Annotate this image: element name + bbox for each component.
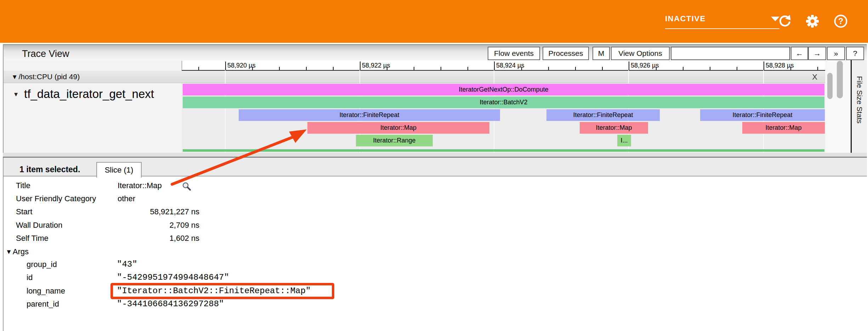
file-size-stats-label: File Size Stats <box>855 76 864 123</box>
track-row-label[interactable]: ▾ tf_data_iterator_get_next <box>14 87 182 101</box>
ruler-minor-tick <box>575 67 576 70</box>
track-label-column: ▾ tf_data_iterator_get_next <box>4 83 182 153</box>
ruler-minor-tick <box>414 67 414 70</box>
detail-row: User Friendly Categoryother <box>0 194 425 204</box>
detail-row: Self Time1,602 ns <box>0 233 425 243</box>
ruler-tick-label: 58,928 µs <box>766 62 794 69</box>
nav-back-button[interactable]: ← <box>791 47 808 60</box>
arg-row: parent_id"-344106684136297288" <box>0 299 425 309</box>
trace-thin-bar[interactable] <box>183 149 824 152</box>
detail-label: Start <box>16 207 32 217</box>
trace-slice[interactable]: Iterator::Map <box>580 122 648 134</box>
ruler-minor-tick <box>817 67 818 70</box>
detail-label: User Friendly Category <box>16 194 96 204</box>
ruler-tick-label: 58,922 µs <box>362 62 390 69</box>
ruler-left-spacer <box>4 60 182 71</box>
ruler-minor-tick <box>333 67 334 70</box>
nav-forward-button[interactable]: → <box>808 47 826 60</box>
arg-label: group_id <box>27 259 57 270</box>
arg-label: id <box>27 272 33 283</box>
detail-value: Iterator::Map <box>118 181 162 191</box>
trace-slice[interactable]: Iterator::Map <box>742 122 825 134</box>
ruler-minor-tick <box>467 67 468 70</box>
arg-row: id"-5429951974994848647" <box>0 272 425 283</box>
file-size-stats-panel[interactable]: File Size Stats <box>851 60 867 157</box>
scrollbar-gutter <box>825 60 851 157</box>
svg-text:?: ? <box>838 17 843 26</box>
arg-value: "-5429951974994848647" <box>117 272 229 283</box>
major-gridline <box>225 70 226 153</box>
ruler-minor-tick <box>790 67 791 70</box>
time-ruler: 58,920 µs58,922 µs58,924 µs58,926 µs58,9… <box>182 61 835 71</box>
search-icon[interactable] <box>182 182 191 193</box>
detail-row: Start58,921,227 ns <box>0 207 425 217</box>
arg-value: "-344106684136297288" <box>117 299 224 309</box>
expander-icon[interactable]: ▾ <box>13 72 17 81</box>
detail-row: TitleIterator::Map <box>0 181 425 191</box>
track-name-text: tf_data_iterator_get_next <box>24 87 154 101</box>
ruler-tick-label: 58,926 µs <box>631 62 659 69</box>
ruler-minor-tick <box>710 67 710 70</box>
ruler-minor-tick <box>656 67 657 70</box>
page-title: Trace View <box>22 48 69 59</box>
trace-viewer-page: INACTIVE <box>0 0 868 331</box>
ruler-minor-tick <box>683 67 683 70</box>
process-header-label: ▾ /host:CPU (pid 49) <box>13 72 80 81</box>
vertical-scrollbar-thumb[interactable] <box>837 61 843 98</box>
ruler-tick-label: 58,924 µs <box>496 62 524 69</box>
trace-slice[interactable]: Iterator::BatchV2 <box>183 97 824 108</box>
help-button[interactable]: ? <box>846 47 864 60</box>
ruler-minor-tick <box>252 67 253 70</box>
ruler-major-tick <box>629 62 629 70</box>
selection-status: 1 item selected. <box>19 165 80 174</box>
run-selector[interactable]: INACTIVE <box>665 14 779 29</box>
trace-slice[interactable]: Iterator::FiniteRepeat <box>239 109 500 121</box>
toolbar-button-view-options[interactable]: View Options <box>611 47 670 60</box>
args-label: Args <box>13 247 29 257</box>
ruler-major-tick <box>360 62 361 70</box>
gear-icon[interactable] <box>805 14 819 30</box>
expander-icon[interactable]: ▼ <box>6 247 12 257</box>
timeline-canvas[interactable]: IteratorGetNextOp::DoComputeIterator::Ba… <box>182 70 825 153</box>
run-selector-value[interactable]: INACTIVE <box>665 14 706 23</box>
nav-more-button[interactable]: » <box>827 47 845 60</box>
args-section-header[interactable]: ▼ Args <box>6 247 29 257</box>
app-header-bar: INACTIVE <box>0 0 868 43</box>
tab-slice[interactable]: Slice (1) <box>96 162 142 178</box>
ruler-minor-tick <box>737 67 737 70</box>
arg-row: group_id"43" <box>0 259 425 270</box>
ruler-minor-tick <box>521 67 522 70</box>
vertical-scrollbar-thumb[interactable] <box>827 73 833 99</box>
detail-value: 1,602 ns <box>125 233 199 243</box>
trace-slice[interactable]: Iterator::Range <box>356 135 433 146</box>
ruler-minor-tick <box>602 67 603 70</box>
ruler-major-tick <box>494 62 495 70</box>
trace-slice[interactable]: IteratorGetNextOp::DoCompute <box>183 84 824 95</box>
trace-slice[interactable]: I... <box>617 135 631 146</box>
toolbar-button-m[interactable]: M <box>592 47 610 60</box>
detail-value: other <box>118 194 135 204</box>
detail-value: 58,921,227 ns <box>125 207 199 217</box>
detail-row: Wall Duration2,709 ns <box>0 220 425 230</box>
help-icon[interactable]: ? <box>834 14 848 30</box>
detail-label: Wall Duration <box>16 220 62 230</box>
trace-slice[interactable]: Iterator::FiniteRepeat <box>700 109 825 121</box>
toolbar-button-processes[interactable]: Processes <box>543 47 589 60</box>
ruler-major-tick <box>225 62 226 70</box>
ruler-minor-tick <box>279 67 280 70</box>
ruler-minor-tick <box>198 67 199 70</box>
arg-label: parent_id <box>27 299 59 309</box>
annotation-highlight-box <box>110 283 334 299</box>
ruler-minor-tick <box>548 67 549 70</box>
panel-resize-gap[interactable] <box>3 153 867 157</box>
ruler-minor-tick <box>441 67 441 70</box>
trace-slice[interactable]: Iterator::FiniteRepeat <box>546 109 660 121</box>
expander-icon[interactable]: ▾ <box>14 90 18 98</box>
search-input[interactable] <box>671 47 790 60</box>
detail-label: Self Time <box>16 233 49 243</box>
arg-label: long_name <box>27 286 65 296</box>
trace-slice[interactable]: Iterator::Map <box>307 122 489 134</box>
ruler-tick-label: 58,920 µs <box>227 62 255 69</box>
refresh-icon[interactable] <box>778 14 791 29</box>
toolbar-button-flow-events[interactable]: Flow events <box>488 47 540 60</box>
